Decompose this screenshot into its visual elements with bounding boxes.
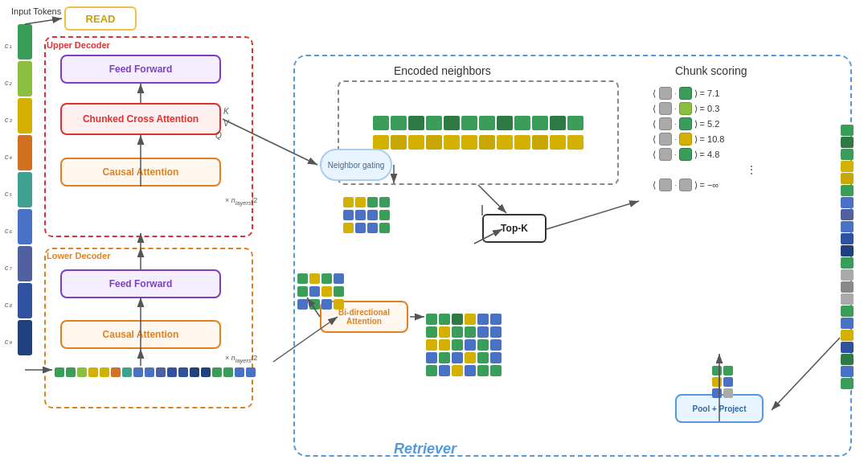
neighbor-gating-box: Neighbor gating xyxy=(320,149,392,181)
encoded-neighbors-label: Encoded neighbors xyxy=(394,64,491,77)
token-c5 xyxy=(18,172,32,207)
token-c3 xyxy=(18,98,32,133)
causal-attn-upper: Causal Attention xyxy=(60,158,221,187)
chunked-cross-attn: Chunked Cross Attention xyxy=(60,103,221,135)
c2-label: c₂ xyxy=(5,65,12,101)
chunk-stack-middle xyxy=(426,314,502,376)
score-row-3: ⟨ · ⟩ = 5.2 xyxy=(653,117,826,130)
score-row-2: ⟨ · ⟩ = 0.3 xyxy=(653,102,826,115)
chunk-scoring-label: Chunk scoring xyxy=(675,64,747,77)
token-c4 xyxy=(18,135,32,170)
pool-input-blocks xyxy=(712,366,733,398)
c8-label: c₈ xyxy=(5,287,12,322)
bidir-input-blocks xyxy=(297,273,344,310)
score-row-4: ⟨ · ⟩ = 10.8 xyxy=(653,133,826,146)
c1-label: c₁ xyxy=(5,28,12,64)
c6-label: c₆ xyxy=(5,213,12,248)
token-c8 xyxy=(18,283,32,318)
c9-label: c₉ xyxy=(5,324,12,359)
score-row-5: ⟨ · ⟩ = 4.8 xyxy=(653,148,826,161)
chunk-blocks-top xyxy=(343,197,390,233)
nlayers-upper: × nlayers/2 xyxy=(225,196,257,207)
right-block-tower xyxy=(841,125,854,389)
q-label: Q xyxy=(215,131,222,140)
feed-forward-upper: Feed Forward xyxy=(60,55,221,84)
token-c6 xyxy=(18,209,32,244)
c3-label: c₃ xyxy=(5,102,12,137)
token-column xyxy=(18,24,32,355)
c7-label: c₇ xyxy=(5,250,12,285)
nlayers-lower: × nlayers/2 xyxy=(225,354,257,364)
k-label: K xyxy=(223,107,229,116)
score-row-last: ⟨ · ⟩ = −∞ xyxy=(653,178,826,191)
token-c9 xyxy=(18,320,32,355)
svg-line-19 xyxy=(25,18,62,24)
token-c1 xyxy=(18,24,32,60)
input-block-row xyxy=(55,367,256,377)
score-dots: ⋮ xyxy=(653,163,826,176)
feed-forward-lower: Feed Forward xyxy=(60,269,221,298)
chunk-scoring-box: ⟨ · ⟩ = 7.1 ⟨ · ⟩ = 0.3 ⟨ · ⟩ = 5.2 ⟨ · xyxy=(643,80,836,200)
topk-box: Top-K xyxy=(482,214,547,243)
input-tokens-label: Input Tokens xyxy=(11,6,61,16)
diagram: Input Tokens c₁ c₂ c₃ c₄ c₅ c₆ c₇ c₈ c₉ … xyxy=(0,0,868,476)
retriever-label: Retriever xyxy=(394,441,457,458)
c5-label: c₅ xyxy=(5,176,12,211)
v-label: V xyxy=(223,119,229,128)
pool-project-box: Pool + Project xyxy=(675,394,764,423)
read-box: READ xyxy=(64,6,137,31)
causal-attn-lower: Causal Attention xyxy=(60,320,221,349)
c4-label: c₄ xyxy=(5,139,12,174)
score-row-1: ⟨ · ⟩ = 7.1 xyxy=(653,87,826,100)
token-c7 xyxy=(18,246,32,281)
token-c2 xyxy=(18,61,32,96)
